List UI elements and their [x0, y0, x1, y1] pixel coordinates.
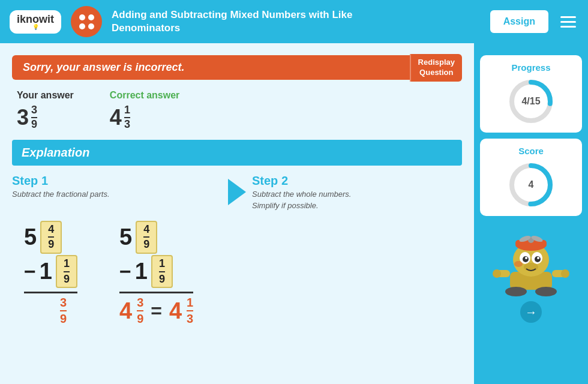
step-2: Step 2 Subtract the whole numbers.Simpli…: [252, 174, 462, 211]
svg-point-23: [493, 269, 501, 278]
your-fraction: 3 9: [31, 104, 37, 131]
top-fraction-highlight-1: 4 9: [40, 221, 62, 254]
result-row-2: 4 3 9 = 4 1 3: [119, 296, 193, 326]
minus-sign-2: −: [119, 260, 131, 283]
content-area: Sorry, your answer is incorrect. Redispl…: [0, 43, 474, 384]
sidebar: Progress 4/15 Score 4: [474, 43, 588, 384]
score-circle: 4: [507, 161, 555, 209]
step2-math: 5 4 9 − 1 1 9 4: [119, 221, 193, 326]
hamburger-line: [560, 21, 576, 23]
correct-answer-label: Correct answer: [110, 90, 180, 101]
step1-title: Step 1: [12, 174, 222, 188]
bottom-frac-num-2: 1: [159, 257, 165, 272]
svg-point-19: [524, 263, 538, 271]
math-line-2: [119, 292, 193, 293]
math-row-4: − 1 1 9: [119, 255, 173, 288]
assign-button[interactable]: Assign: [490, 10, 548, 33]
math-row-1: 5 4 9: [24, 221, 62, 254]
correct-numerator: 1: [124, 104, 130, 118]
bottom-whole-2: 1: [135, 259, 148, 284]
top-whole-2: 5: [119, 224, 132, 250]
dot: [88, 14, 94, 20]
redisplay-button[interactable]: RedisplayQuestion: [410, 54, 462, 82]
step1-math: 5 4 9 − 1 1 9: [24, 221, 77, 326]
correct-denominator: 3: [124, 118, 130, 131]
final-whole: 4: [169, 298, 182, 324]
svg-point-18: [537, 257, 539, 259]
top-frac-num-2: 4: [143, 223, 149, 238]
logo-sub: 💡: [32, 25, 39, 30]
result-row-1: 3 9: [60, 296, 67, 326]
dot: [79, 14, 85, 20]
step-arrow: [228, 179, 246, 205]
your-whole: 3: [17, 105, 29, 130]
header: iknowit 💡 Adding and Subtracting Mixed N…: [0, 0, 588, 43]
result-frac-num-2: 3: [137, 296, 143, 311]
next-arrow[interactable]: →: [520, 301, 542, 323]
result-whole-2: 4: [119, 298, 132, 324]
your-answer-label: Your answer: [17, 90, 74, 101]
main-area: Sorry, your answer is incorrect. Redispl…: [0, 43, 588, 384]
hamburger-line: [560, 26, 576, 28]
svg-point-24: [561, 269, 569, 278]
your-answer-value: 3 3 9: [17, 104, 37, 131]
dice-dots: [78, 13, 95, 31]
your-numerator: 3: [31, 104, 37, 118]
hamburger-line: [560, 16, 576, 18]
dice-icon: [71, 6, 102, 37]
your-answer-col: Your answer 3 3 9: [17, 90, 74, 131]
bottom-fraction-highlight-2: 1 9: [151, 255, 173, 288]
progress-title: Progress: [490, 62, 572, 73]
final-frac-num: 1: [187, 296, 193, 311]
correct-fraction: 1 3: [124, 104, 130, 131]
svg-point-6: [535, 287, 557, 296]
progress-circle: 4/15: [507, 77, 555, 125]
arrow-icon: →: [525, 305, 537, 319]
correct-answer-value: 4 1 3: [110, 104, 130, 131]
top-frac-num-1: 4: [48, 223, 54, 238]
svg-point-20: [514, 261, 523, 267]
top-whole-1: 5: [24, 224, 37, 250]
mascot-area: →: [492, 227, 570, 323]
top-frac-den-2: 9: [143, 238, 149, 251]
step2-desc: Subtract the whole numbers.Simplify if p…: [252, 189, 462, 211]
dot: [79, 23, 85, 29]
lesson-title: Adding and Subtracting Mixed Numbers wit…: [112, 8, 481, 35]
svg-point-5: [505, 287, 527, 296]
math-examples: 5 4 9 − 1 1 9: [12, 221, 462, 326]
bottom-frac-num-1: 1: [64, 257, 70, 272]
mascot-svg: [492, 227, 570, 299]
answer-comparison: Your answer 3 3 9 Correct answer 4 1 3: [12, 90, 462, 131]
bottom-fraction-highlight-1: 1 9: [56, 255, 77, 288]
correct-answer-col: Correct answer 4 1 3: [110, 90, 180, 131]
logo-text: iknowit: [17, 14, 54, 25]
correct-whole: 4: [110, 105, 122, 130]
math-line-1: [24, 292, 77, 293]
result-frac-num-1: 3: [60, 296, 67, 311]
result-frac-den-2: 9: [137, 311, 143, 326]
explanation-header: Explanation: [12, 140, 462, 166]
top-frac-den-1: 9: [48, 238, 54, 251]
bottom-frac-den-2: 9: [159, 272, 165, 286]
svg-point-17: [525, 257, 527, 259]
math-row-3: 5 4 9: [119, 221, 157, 254]
minus-sign-1: −: [24, 260, 36, 283]
progress-label: 4/15: [521, 96, 540, 107]
dot: [88, 23, 94, 29]
final-frac-den: 3: [187, 311, 193, 326]
your-denominator: 9: [31, 118, 37, 131]
score-label: 4: [529, 179, 534, 190]
step2-title: Step 2: [252, 174, 462, 188]
score-section: Score 4: [480, 139, 582, 216]
menu-button[interactable]: [558, 14, 578, 30]
score-title: Score: [490, 146, 572, 156]
incorrect-banner: Sorry, your answer is incorrect. Redispl…: [12, 54, 462, 82]
step1-desc: Subtract the fractional parts.: [12, 189, 222, 200]
steps-row: Step 1 Subtract the fractional parts. St…: [12, 174, 462, 211]
result-frac-den-1: 9: [60, 311, 67, 326]
progress-section: Progress 4/15: [480, 55, 582, 133]
top-fraction-highlight-2: 4 9: [136, 221, 157, 254]
logo: iknowit 💡: [10, 10, 61, 34]
math-row-2: − 1 1 9: [24, 255, 77, 288]
bottom-frac-den-1: 9: [64, 272, 70, 286]
